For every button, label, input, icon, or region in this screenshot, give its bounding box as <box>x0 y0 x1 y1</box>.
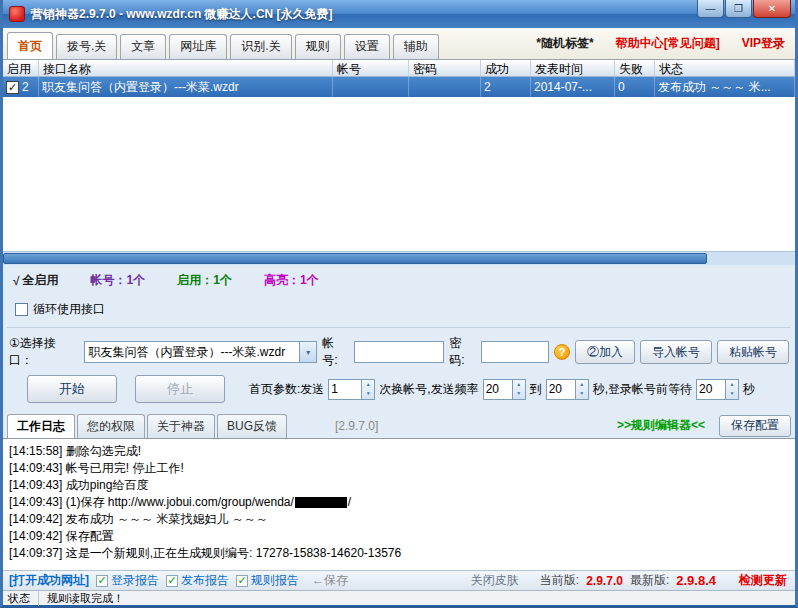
wait-spinner: ▲ ▼ <box>696 379 739 400</box>
horizontal-scrollbar-thumb[interactable] <box>3 253 707 264</box>
open-success-urls-link[interactable]: [打开成功网址] <box>9 572 89 589</box>
publish-report-checkbox[interactable]: ✓ <box>166 575 178 587</box>
summary-row: √ 全启用 帐号：1个 启用：1个 高亮：1个 <box>13 272 319 289</box>
chevron-down-icon[interactable]: ▼ <box>299 342 316 362</box>
check-all-icon: √ <box>13 274 20 288</box>
frequency-input[interactable] <box>483 379 513 400</box>
log-line: [14:09:42] 发布成功 ～～～ 米菜找媳妇儿 ～～～ <box>9 511 789 528</box>
tab-url-library[interactable]: 网址库 <box>169 34 227 59</box>
maximize-button[interactable]: ❐ <box>725 0 752 18</box>
app-icon <box>9 6 25 22</box>
log-url-suffix: / <box>348 495 351 509</box>
paste-accounts-button[interactable]: 粘贴帐号 <box>717 340 789 364</box>
col-header-account[interactable]: 帐号 <box>333 60 409 76</box>
loop-interface-option[interactable]: 循环使用接口 <box>15 301 105 318</box>
spinner-down-icon[interactable]: ▼ <box>576 389 588 399</box>
col-header-publish-time[interactable]: 发表时间 <box>531 60 615 76</box>
account-input[interactable] <box>354 341 444 363</box>
import-accounts-button[interactable]: 导入帐号 <box>640 340 712 364</box>
password-label: 密码: <box>449 335 476 369</box>
wait-input[interactable] <box>696 379 726 400</box>
interface-table-body[interactable]: ✓ 2 职友集问答（内置登录）---米菜.wzdr 2 2014-07-... … <box>3 77 795 251</box>
send-params-label: 首页参数:发送 <box>249 381 324 398</box>
frequency-to-input[interactable] <box>546 379 576 400</box>
rule-report-label: 规则报告 <box>251 572 299 589</box>
log-line: [14:09:37] 这是一个新规则,正在生成规则编号: 17278-15838… <box>9 545 789 562</box>
rule-editor-link[interactable]: >>规则编辑器<< <box>617 417 705 434</box>
seconds-label: 秒 <box>743 381 755 398</box>
row-publish-time: 2014-07-... <box>531 77 615 97</box>
row-fail: 0 <box>615 77 655 97</box>
save-arrow-label[interactable]: ←保存 <box>312 572 348 589</box>
enable-all-link[interactable]: √ 全启用 <box>13 272 59 289</box>
tab-about[interactable]: 关于神器 <box>147 414 215 438</box>
rule-report-checkbox[interactable]: ✓ <box>236 575 248 587</box>
login-report-option[interactable]: ✓ 登录报告 <box>96 572 159 589</box>
col-header-success[interactable]: 成功 <box>481 60 531 76</box>
tab-home[interactable]: 首页 <box>7 32 53 59</box>
col-header-password[interactable]: 密码 <box>409 60 481 76</box>
close-button[interactable]: ✕ <box>753 0 791 18</box>
table-row[interactable]: ✓ 2 职友集问答（内置登录）---米菜.wzdr 2 2014-07-... … <box>3 77 795 97</box>
tab-rules[interactable]: 规则 <box>295 34 341 59</box>
vip-login-link[interactable]: VIP登录 <box>742 35 785 52</box>
table-header: 启用 接口名称 帐号 密码 成功 发表时间 失败 状态 <box>3 60 795 77</box>
save-config-button[interactable]: 保存配置 <box>719 415 791 437</box>
col-header-fail[interactable]: 失败 <box>615 60 655 76</box>
check-update-link[interactable]: 检测更新 <box>739 572 787 589</box>
tab-your-permissions[interactable]: 您的权限 <box>77 414 145 438</box>
join-button[interactable]: ②加入 <box>575 340 635 364</box>
start-button[interactable]: 开始 <box>27 375 117 403</box>
control-panel: √ 全启用 帐号：1个 启用：1个 高亮：1个 循环使用接口 ①选择接口： 职友… <box>3 265 795 438</box>
col-header-status[interactable]: 状态 <box>655 60 795 76</box>
spinner-down-icon[interactable]: ▼ <box>362 389 374 399</box>
rule-report-option[interactable]: ✓ 规则报告 <box>236 572 299 589</box>
tab-recognition[interactable]: 识别.关 <box>230 34 291 59</box>
help-icon[interactable]: ? <box>554 344 570 360</box>
title-bar[interactable]: 营销神器2.9.7.0 - www.wzdr.cn 微赚达人.CN [永久免费]… <box>3 0 795 28</box>
tab-dial[interactable]: 拨号.关 <box>56 34 117 59</box>
minimize-button[interactable]: — <box>697 0 724 18</box>
enable-all-label: 全启用 <box>23 272 59 289</box>
col-header-enable[interactable]: 启用 <box>3 60 39 76</box>
row-checkbox[interactable]: ✓ <box>6 81 19 94</box>
tab-auxiliary[interactable]: 辅助 <box>393 34 439 59</box>
window-title: 营销神器2.9.7.0 - www.wzdr.cn 微赚达人.CN [永久免费] <box>31 6 333 23</box>
horizontal-scrollbar[interactable] <box>3 251 795 265</box>
password-input[interactable] <box>481 341 549 363</box>
spinner-down-icon[interactable]: ▼ <box>726 389 738 399</box>
tab-settings[interactable]: 设置 <box>344 34 390 59</box>
send-count-input[interactable] <box>328 379 362 400</box>
loop-checkbox[interactable] <box>15 303 28 316</box>
row-success: 2 <box>481 77 531 97</box>
interface-dropdown[interactable]: 职友集问答（内置登录）---米菜.wzdr ▼ <box>84 341 318 363</box>
enabled-count: 启用：1个 <box>177 272 232 289</box>
spinner-up-icon[interactable]: ▲ <box>513 380 525 390</box>
current-version-value: 2.9.7.0 <box>586 574 623 588</box>
stop-button[interactable]: 停止 <box>135 375 225 403</box>
tab-article[interactable]: 文章 <box>120 34 166 59</box>
login-report-checkbox[interactable]: ✓ <box>96 575 108 587</box>
status-text: 规则读取完成！ <box>39 591 124 606</box>
log-line: [14:15:58] 删除勾选完成! <box>9 443 789 460</box>
current-version-label: 当前版: <box>540 572 579 589</box>
accounts-count: 帐号：1个 <box>91 272 146 289</box>
publish-report-option[interactable]: ✓ 发布报告 <box>166 572 229 589</box>
help-center-link[interactable]: 帮助中心[常见问题] <box>616 35 720 52</box>
log-line: [14:09:43] 成功ping给百度 <box>9 477 789 494</box>
col-header-interface-name[interactable]: 接口名称 <box>39 60 333 76</box>
close-skin-link[interactable]: 关闭皮肤 <box>471 572 519 589</box>
spinner-up-icon[interactable]: ▲ <box>726 380 738 390</box>
latest-version-label: 最新版: <box>630 572 669 589</box>
account-label: 帐号: <box>322 335 349 369</box>
tab-work-log[interactable]: 工作日志 <box>7 414 75 438</box>
spinner-up-icon[interactable]: ▲ <box>576 380 588 390</box>
spinner-up-icon[interactable]: ▲ <box>362 380 374 390</box>
tab-bug-feedback[interactable]: BUG反馈 <box>217 414 287 438</box>
log-url-text: [14:09:43] (1)保存 http://www.jobui.com/gr… <box>9 495 294 509</box>
wait-label: 秒,登录帐号前等待 <box>593 381 692 398</box>
publish-report-label: 发布报告 <box>181 572 229 589</box>
spinner-down-icon[interactable]: ▼ <box>513 389 525 399</box>
send-count-spinner: ▲ ▼ <box>328 379 375 400</box>
status-bar: 状态 规则读取完成！ <box>3 590 795 605</box>
